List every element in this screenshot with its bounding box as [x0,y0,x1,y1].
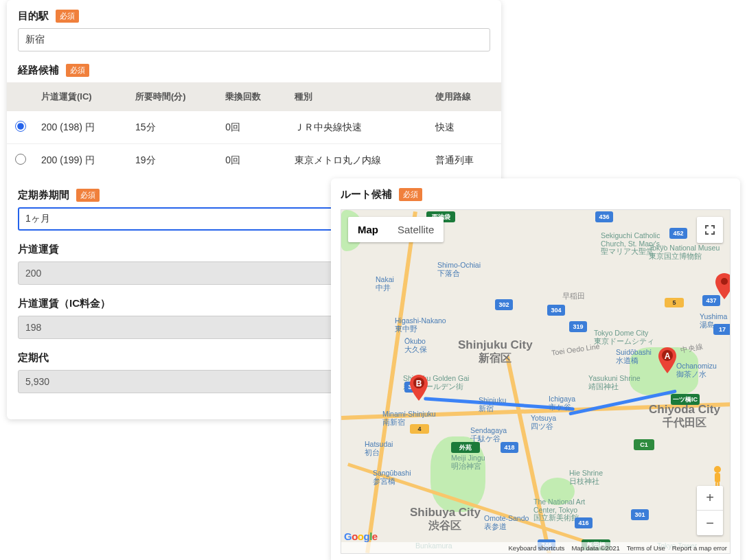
label-ochanomizu: Ochanomizu御茶ノ水 [676,362,717,378]
svg-point-4 [721,278,728,285]
cell-duration: 15分 [128,111,218,144]
shield-452: 452 [669,228,687,239]
label-omote-sando: Omote-Sando表参道 [484,515,529,530]
table-row[interactable]: 200 (198) 円 15分 0回 ＪＲ中央線快速 快速 [7,111,501,144]
label-gaien: 外苑 [451,442,480,453]
route-radio[interactable] [15,121,26,132]
col-fare: 片道運賃(IC) [34,82,128,111]
fullscreen-icon [704,224,716,236]
map-type-switch: Map Satellite [348,217,444,242]
zoom-control: + − [697,486,723,535]
shield-c1: C1 [634,439,654,450]
label-chiyoda-city: Chiyoda City千代田区 [649,404,720,428]
table-row[interactable]: 200 (199) 円 19分 0回 東京メトロ丸ノ内線 普通列車 [7,144,501,177]
cell-line: 普通列車 [428,144,501,177]
label-okubo: Ōkubo大久保 [404,338,427,353]
zoom-out-button[interactable]: − [697,511,723,535]
cell-transfers: 0回 [218,111,288,144]
svg-text:B: B [416,379,422,388]
destination-label-row: 目的駅 必須 [18,10,490,23]
cell-duration: 19分 [128,144,218,177]
col-select [7,82,34,111]
shield-436: 436 [595,211,613,222]
cell-line: 快速 [428,111,501,144]
label-shinjuku-city: Shinjuku City新宿区 [458,339,533,364]
svg-point-5 [714,466,721,473]
label-sendagaya: Sendagaya千駄ケ谷 [470,427,507,443]
label-hie: Hie Shrine日枝神社 [569,469,603,485]
fare-oneway-label: 片道運賃 [18,243,59,256]
map-pin-b[interactable]: B [410,375,428,401]
label-sangubashi: Sangūbashi参宮橋 [373,469,411,485]
terms-link[interactable]: Terms of Use [627,544,665,552]
google-logo: Google [344,530,378,542]
route-candidates-label-row: 経路候補 必須 [18,64,490,77]
label-ichigaya-ic: 一ツ橋IC [671,394,700,405]
shield-304: 304 [547,305,565,316]
shield-exp4: 4 [410,424,429,434]
svg-text:A: A [665,351,671,361]
cell-type: ＪＲ中央線快速 [288,111,428,144]
svg-rect-6 [715,473,720,482]
zoom-in-button[interactable]: + [697,486,723,511]
route-table: 片道運賃(IC) 所要時間(分) 乗換回数 種別 使用路線 200 (198) … [7,82,501,176]
route-candidates-label: 経路候補 [18,64,59,77]
route-radio[interactable] [15,154,26,165]
required-badge: 必須 [399,188,422,201]
col-type: 種別 [288,82,428,111]
map-canvas[interactable]: Shinjuku City新宿区 Chiyoda City千代田区 Shibuy… [341,210,730,553]
pass-period-label: 定期券期間 [18,189,69,202]
col-line: 使用路線 [428,82,501,111]
map-type-map-button[interactable]: Map [348,217,388,242]
shield-17: 17 [713,324,731,335]
label-ichigaya: Ichigaya市ケ谷 [549,395,575,411]
fare-ic-label: 片道運賃（IC料金） [18,297,111,310]
shield-exp5: 5 [665,298,684,307]
map-candidates-label: ルート候補 [341,188,392,201]
fullscreen-button[interactable] [697,217,723,243]
map-data-label: Map data ©2021 [571,544,619,552]
keyboard-shortcuts-link[interactable]: Keyboard shortcuts [509,544,565,552]
col-duration: 所要時間(分) [128,82,218,111]
shield-418: 418 [501,442,518,453]
map[interactable]: Shinjuku City新宿区 Chiyoda City千代田区 Shibuy… [341,209,731,554]
label-tokyo-dome: Tokyo Dome City東京ドームシティ [594,329,654,345]
cell-fare: 200 (198) 円 [34,111,128,144]
label-yasukuni: Yasukuni Shrine靖国神社 [588,375,641,390]
label-nakai: Nakai中井 [376,276,394,292]
map-footer: Keyboard shortcuts Map data ©2021 Terms … [341,542,730,553]
map-pin-generic[interactable] [715,273,731,299]
destination-label: 目的駅 [18,10,49,23]
map-candidates-label-row: ルート候補 必須 [341,188,731,201]
destination-input[interactable] [18,28,490,51]
label-meiji-jingu: Meiji Jingu明治神宮 [451,454,485,470]
map-type-satellite-button[interactable]: Satellite [388,217,444,242]
map-pin-a[interactable]: A [658,347,676,373]
col-transfers: 乗換回数 [218,82,288,111]
report-error-link[interactable]: Report a map error [672,544,727,552]
cell-transfers: 0回 [218,144,288,177]
commuter-fee-label: 定期代 [18,351,49,364]
required-badge: 必須 [76,189,100,202]
shield-302: 302 [495,299,513,310]
label-tokyo-national: Tokyo National Museu東京国立博物館 [649,244,720,260]
label-hatsudai: Hatsudai初台 [365,441,393,456]
shield-416: 416 [575,517,593,528]
shield-319: 319 [569,321,587,332]
label-shimo-ochiai: Shimo-Ochiai下落合 [437,261,481,277]
label-suidobashi: Suidōbashi水道橋 [616,349,652,364]
label-shinjuku-sta: Shinjuku新宿 [479,397,506,412]
cell-type: 東京メトロ丸ノ内線 [288,144,428,177]
required-badge: 必須 [66,64,89,77]
required-badge: 必須 [56,10,79,23]
label-higashi-nakano: Higashi-Nakano東中野 [395,317,446,333]
label-yotsuya: Yotsuya四ツ谷 [531,415,556,430]
label-shibuya-city: Shibuya City渋谷区 [410,506,481,531]
map-card: ルート候補 必須 Shinjuku City新宿区 Chiyoda City千代… [331,178,740,560]
label-waseda: 早稲田 [562,292,585,301]
cell-fare: 200 (199) 円 [34,144,128,177]
label-oedo-line: Toei Oedo Line [551,342,601,357]
shield-301: 301 [631,509,649,520]
